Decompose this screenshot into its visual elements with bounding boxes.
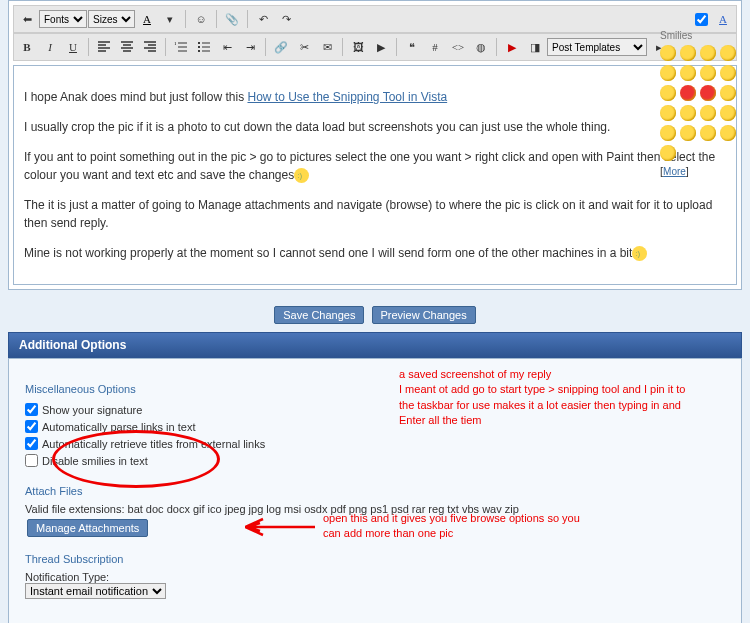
italic-icon[interactable]: I bbox=[39, 36, 61, 58]
undo-icon[interactable]: ↶ bbox=[252, 8, 274, 30]
smiley-picker-icon[interactable]: ☺ bbox=[190, 8, 212, 30]
thread-subscription-legend: Thread Subscription bbox=[25, 553, 725, 565]
auto-titles-checkbox[interactable] bbox=[25, 437, 38, 450]
align-right-icon[interactable] bbox=[139, 36, 161, 58]
smile-icon bbox=[294, 168, 309, 183]
smiley-shock-icon[interactable] bbox=[720, 65, 736, 81]
notification-type-select[interactable]: Instant email notification bbox=[25, 583, 166, 599]
editor-textarea[interactable]: I hope Anak does mind but just follow th… bbox=[13, 65, 737, 285]
link-icon[interactable]: 🔗 bbox=[270, 36, 292, 58]
disable-smilies-label: Disable smilies in text bbox=[42, 455, 148, 467]
underline-icon[interactable]: U bbox=[62, 36, 84, 58]
php-icon[interactable]: ◍ bbox=[470, 36, 492, 58]
bold-icon[interactable]: B bbox=[16, 36, 38, 58]
show-signature-checkbox[interactable] bbox=[25, 403, 38, 416]
svg-point-2 bbox=[198, 46, 200, 48]
align-center-icon[interactable] bbox=[116, 36, 138, 58]
editor-text: The it is just a matter of going to Mana… bbox=[24, 196, 726, 232]
image-icon[interactable]: 🖼 bbox=[347, 36, 369, 58]
manage-attachments-button[interactable]: Manage Attachments bbox=[27, 519, 148, 537]
smile-icon bbox=[632, 246, 647, 261]
svg-point-3 bbox=[198, 50, 200, 52]
spoiler-icon[interactable]: ◨ bbox=[524, 36, 546, 58]
smiley-mad-icon[interactable] bbox=[700, 85, 716, 101]
smiley-angry-icon[interactable] bbox=[680, 85, 696, 101]
smilies-heading: Smilies bbox=[660, 30, 740, 41]
auto-parse-links-label: Automatically parse links in text bbox=[42, 421, 195, 433]
save-changes-button[interactable]: Save Changes bbox=[274, 306, 364, 324]
smilies-panel: Smilies [More] bbox=[660, 30, 740, 177]
font-select[interactable]: Fonts bbox=[39, 10, 87, 28]
size-select[interactable]: Sizes bbox=[88, 10, 135, 28]
smiley-sad-icon[interactable] bbox=[660, 65, 676, 81]
editor-toolbar-row2: B I U 1 ⇤ ⇥ 🔗 ✂ ✉ 🖼 ▶ ❝ # <> ◍ ▶ ◨ Post … bbox=[13, 33, 737, 61]
post-templates-select[interactable]: Post Templates bbox=[547, 38, 647, 56]
editor-text: Mine is not working properly at the mome… bbox=[24, 246, 632, 260]
notification-type-label: Notification Type: bbox=[25, 571, 725, 583]
annotation-screenshot: a saved screenshot of my reply I meant o… bbox=[399, 367, 689, 429]
attachment-icon[interactable]: 📎 bbox=[221, 8, 243, 30]
html-icon[interactable]: <> bbox=[447, 36, 469, 58]
outdent-icon[interactable]: ⇤ bbox=[216, 36, 238, 58]
snipping-tool-link[interactable]: How to Use the Snipping Tool in Vista bbox=[247, 90, 447, 104]
show-signature-label: Show your signature bbox=[42, 404, 142, 416]
smiley-sleepy-icon[interactable] bbox=[720, 85, 736, 101]
preview-changes-button[interactable]: Preview Changes bbox=[372, 306, 476, 324]
auto-titles-label: Automatically retrieve titles from exter… bbox=[42, 438, 265, 450]
font-color-icon[interactable]: A bbox=[136, 8, 158, 30]
disable-smilies-checkbox[interactable] bbox=[25, 454, 38, 467]
smiley-grin-icon[interactable] bbox=[700, 45, 716, 61]
smiley-wink-icon[interactable] bbox=[680, 45, 696, 61]
editor-text: If you ant to point something out in the… bbox=[24, 150, 715, 182]
decrease-indent-icon[interactable]: ⬅ bbox=[16, 8, 38, 30]
additional-options-header: Additional Options bbox=[8, 332, 742, 358]
quote-icon[interactable]: ❝ bbox=[401, 36, 423, 58]
smilies-more-link[interactable]: More bbox=[663, 166, 686, 177]
editor-text: I usually crop the pic if it is a photo … bbox=[24, 118, 726, 136]
editor-text: I hope Anak does mind but just follow th… bbox=[24, 90, 247, 104]
smiley-tongue-icon[interactable] bbox=[680, 65, 696, 81]
smiley-devil-icon[interactable] bbox=[720, 125, 736, 141]
align-left-icon[interactable] bbox=[93, 36, 115, 58]
auto-parse-links-checkbox[interactable] bbox=[25, 420, 38, 433]
code-icon[interactable]: # bbox=[424, 36, 446, 58]
redo-icon[interactable]: ↷ bbox=[275, 8, 297, 30]
smiley-party-icon[interactable] bbox=[700, 125, 716, 141]
smiley-sarcastic-icon[interactable] bbox=[660, 105, 676, 121]
annotation-arrow-icon bbox=[245, 517, 315, 539]
youtube-icon[interactable]: ▶ bbox=[501, 36, 523, 58]
svg-point-1 bbox=[198, 42, 200, 44]
svg-text:1: 1 bbox=[174, 41, 177, 46]
attach-files-legend: Attach Files bbox=[25, 485, 725, 497]
toggle-checkbox[interactable] bbox=[695, 13, 708, 26]
expand-editor-icon[interactable]: A bbox=[712, 8, 734, 30]
video-icon[interactable]: ▶ bbox=[370, 36, 392, 58]
unordered-list-icon[interactable] bbox=[193, 36, 215, 58]
smiley-cry-icon[interactable] bbox=[660, 85, 676, 101]
ordered-list-icon[interactable]: 1 bbox=[170, 36, 192, 58]
unlink-icon[interactable]: ✂ bbox=[293, 36, 315, 58]
annotation-browse: open this and it gives you five browse o… bbox=[323, 511, 583, 542]
smiley-laugh-icon[interactable] bbox=[680, 105, 696, 121]
smiley-zipped-icon[interactable] bbox=[700, 105, 716, 121]
smiley-confused-icon[interactable] bbox=[720, 45, 736, 61]
smiley-geek-icon[interactable] bbox=[660, 125, 676, 141]
smiley-smile-icon[interactable] bbox=[660, 45, 676, 61]
smiley-rolleyes-icon[interactable] bbox=[700, 65, 716, 81]
editor-toolbar-row1: ⬅ Fonts Sizes A ▾ ☺ 📎 ↶ ↷ A bbox=[13, 5, 737, 33]
smiley-huh-icon[interactable] bbox=[720, 105, 736, 121]
indent-icon[interactable]: ⇥ bbox=[239, 36, 261, 58]
email-icon[interactable]: ✉ bbox=[316, 36, 338, 58]
smiley-thumbs-icon[interactable] bbox=[660, 145, 676, 161]
font-color-dropdown-icon[interactable]: ▾ bbox=[159, 8, 181, 30]
smiley-cool-icon[interactable] bbox=[680, 125, 696, 141]
